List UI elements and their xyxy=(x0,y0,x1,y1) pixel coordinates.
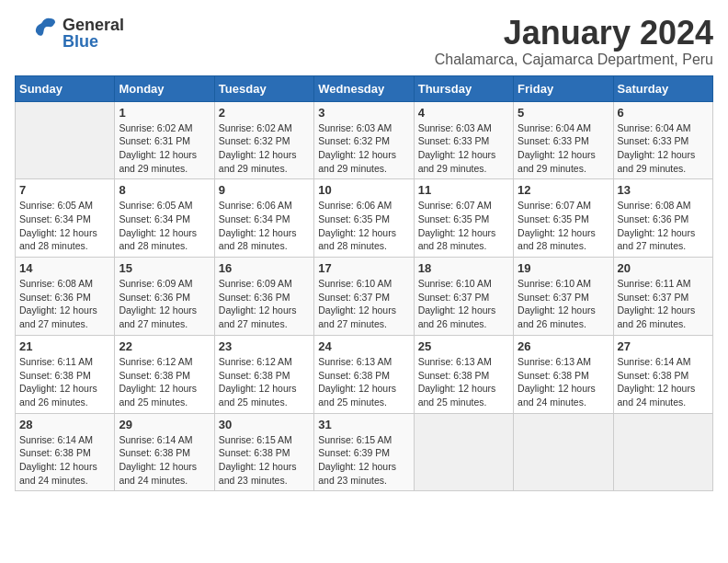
day-info: Sunrise: 6:05 AMSunset: 6:34 PMDaylight:… xyxy=(119,199,210,253)
day-number: 13 xyxy=(618,183,709,197)
logo-blue: Blue xyxy=(63,33,124,50)
logo-icon xyxy=(15,15,61,52)
calendar-cell: 12Sunrise: 6:07 AMSunset: 6:35 PMDayligh… xyxy=(514,179,613,258)
calendar-cell: 20Sunrise: 6:11 AMSunset: 6:37 PMDayligh… xyxy=(613,258,712,336)
calendar-cell: 10Sunrise: 6:06 AMSunset: 6:35 PMDayligh… xyxy=(314,179,414,258)
day-number: 18 xyxy=(418,261,509,275)
days-header-row: SundayMondayTuesdayWednesdayThursdayFrid… xyxy=(16,75,713,101)
day-info: Sunrise: 6:07 AMSunset: 6:35 PMDaylight:… xyxy=(518,199,609,253)
calendar-cell xyxy=(514,413,613,491)
calendar-cell: 30Sunrise: 6:15 AMSunset: 6:38 PMDayligh… xyxy=(214,413,313,491)
calendar-cell: 2Sunrise: 6:02 AMSunset: 6:32 PMDaylight… xyxy=(214,101,313,179)
calendar-cell: 15Sunrise: 6:09 AMSunset: 6:36 PMDayligh… xyxy=(115,258,214,336)
day-number: 20 xyxy=(618,261,709,275)
day-header-saturday: Saturday xyxy=(613,75,712,101)
calendar-cell: 18Sunrise: 6:10 AMSunset: 6:37 PMDayligh… xyxy=(414,258,513,336)
calendar-week-4: 21Sunrise: 6:11 AMSunset: 6:38 PMDayligh… xyxy=(16,335,713,413)
calendar-cell: 25Sunrise: 6:13 AMSunset: 6:38 PMDayligh… xyxy=(414,335,513,413)
day-info: Sunrise: 6:14 AMSunset: 6:38 PMDaylight:… xyxy=(618,355,709,409)
calendar-cell: 1Sunrise: 6:02 AMSunset: 6:31 PMDaylight… xyxy=(115,101,214,179)
title-block: January 2024 Chalamarca, Cajamarca Depar… xyxy=(435,15,713,68)
calendar-cell: 31Sunrise: 6:15 AMSunset: 6:39 PMDayligh… xyxy=(314,413,414,491)
day-info: Sunrise: 6:12 AMSunset: 6:38 PMDaylight:… xyxy=(219,355,310,409)
day-info: Sunrise: 6:10 AMSunset: 6:37 PMDaylight:… xyxy=(418,277,509,331)
calendar-cell: 28Sunrise: 6:14 AMSunset: 6:38 PMDayligh… xyxy=(16,413,115,491)
calendar-cell: 23Sunrise: 6:12 AMSunset: 6:38 PMDayligh… xyxy=(214,335,313,413)
day-info: Sunrise: 6:13 AMSunset: 6:38 PMDaylight:… xyxy=(418,355,509,409)
day-number: 6 xyxy=(618,106,709,120)
day-info: Sunrise: 6:12 AMSunset: 6:38 PMDaylight:… xyxy=(119,355,210,409)
calendar-cell: 11Sunrise: 6:07 AMSunset: 6:35 PMDayligh… xyxy=(414,179,513,258)
day-info: Sunrise: 6:10 AMSunset: 6:37 PMDaylight:… xyxy=(318,277,409,331)
page-header: General Blue January 2024 Chalamarca, Ca… xyxy=(15,15,713,68)
calendar-title: January 2024 xyxy=(435,15,713,52)
day-number: 21 xyxy=(19,339,110,353)
day-info: Sunrise: 6:08 AMSunset: 6:36 PMDaylight:… xyxy=(19,277,110,331)
day-header-tuesday: Tuesday xyxy=(214,75,313,101)
day-info: Sunrise: 6:13 AMSunset: 6:38 PMDaylight:… xyxy=(518,355,609,409)
calendar-cell: 9Sunrise: 6:06 AMSunset: 6:34 PMDaylight… xyxy=(214,179,313,258)
day-number: 16 xyxy=(219,261,310,275)
day-number: 1 xyxy=(119,106,210,120)
day-number: 27 xyxy=(618,339,709,353)
calendar-cell: 6Sunrise: 6:04 AMSunset: 6:33 PMDaylight… xyxy=(613,101,712,179)
day-header-thursday: Thursday xyxy=(414,75,513,101)
calendar-table: SundayMondayTuesdayWednesdayThursdayFrid… xyxy=(15,75,713,492)
calendar-cell: 14Sunrise: 6:08 AMSunset: 6:36 PMDayligh… xyxy=(16,258,115,336)
day-info: Sunrise: 6:15 AMSunset: 6:39 PMDaylight:… xyxy=(318,433,409,488)
calendar-cell: 13Sunrise: 6:08 AMSunset: 6:36 PMDayligh… xyxy=(613,179,712,258)
calendar-cell: 21Sunrise: 6:11 AMSunset: 6:38 PMDayligh… xyxy=(16,335,115,413)
day-info: Sunrise: 6:06 AMSunset: 6:34 PMDaylight:… xyxy=(219,199,310,253)
calendar-cell: 22Sunrise: 6:12 AMSunset: 6:38 PMDayligh… xyxy=(115,335,214,413)
calendar-cell xyxy=(613,413,712,491)
day-info: Sunrise: 6:08 AMSunset: 6:36 PMDaylight:… xyxy=(618,199,709,253)
calendar-cell: 19Sunrise: 6:10 AMSunset: 6:37 PMDayligh… xyxy=(514,258,613,336)
day-number: 26 xyxy=(518,339,609,353)
calendar-cell: 27Sunrise: 6:14 AMSunset: 6:38 PMDayligh… xyxy=(613,335,712,413)
calendar-cell: 3Sunrise: 6:03 AMSunset: 6:32 PMDaylight… xyxy=(314,101,414,179)
calendar-cell xyxy=(414,413,513,491)
day-number: 28 xyxy=(19,418,110,431)
day-number: 11 xyxy=(418,183,509,197)
calendar-cell: 16Sunrise: 6:09 AMSunset: 6:36 PMDayligh… xyxy=(214,258,313,336)
day-header-wednesday: Wednesday xyxy=(314,75,414,101)
day-number: 9 xyxy=(219,183,310,197)
calendar-cell: 26Sunrise: 6:13 AMSunset: 6:38 PMDayligh… xyxy=(514,335,613,413)
day-number: 23 xyxy=(219,339,310,353)
day-number: 30 xyxy=(219,418,310,431)
day-info: Sunrise: 6:07 AMSunset: 6:35 PMDaylight:… xyxy=(418,199,509,253)
calendar-body: 1Sunrise: 6:02 AMSunset: 6:31 PMDaylight… xyxy=(16,101,713,491)
calendar-cell: 5Sunrise: 6:04 AMSunset: 6:33 PMDaylight… xyxy=(514,101,613,179)
day-info: Sunrise: 6:06 AMSunset: 6:35 PMDaylight:… xyxy=(318,199,409,253)
calendar-subtitle: Chalamarca, Cajamarca Department, Peru xyxy=(435,52,713,68)
day-info: Sunrise: 6:15 AMSunset: 6:38 PMDaylight:… xyxy=(219,433,310,488)
day-number: 5 xyxy=(518,106,609,120)
logo: General Blue xyxy=(15,15,124,52)
day-number: 15 xyxy=(119,261,210,275)
day-header-friday: Friday xyxy=(514,75,613,101)
day-number: 22 xyxy=(119,339,210,353)
day-info: Sunrise: 6:05 AMSunset: 6:34 PMDaylight:… xyxy=(19,199,110,253)
day-number: 31 xyxy=(318,418,409,431)
day-number: 8 xyxy=(119,183,210,197)
day-header-sunday: Sunday xyxy=(16,75,115,101)
calendar-cell: 4Sunrise: 6:03 AMSunset: 6:33 PMDaylight… xyxy=(414,101,513,179)
calendar-cell xyxy=(16,101,115,179)
day-info: Sunrise: 6:10 AMSunset: 6:37 PMDaylight:… xyxy=(518,277,609,331)
day-info: Sunrise: 6:02 AMSunset: 6:31 PMDaylight:… xyxy=(119,121,210,176)
day-info: Sunrise: 6:02 AMSunset: 6:32 PMDaylight:… xyxy=(219,121,310,176)
calendar-cell: 7Sunrise: 6:05 AMSunset: 6:34 PMDaylight… xyxy=(16,179,115,258)
calendar-cell: 29Sunrise: 6:14 AMSunset: 6:38 PMDayligh… xyxy=(115,413,214,491)
day-info: Sunrise: 6:09 AMSunset: 6:36 PMDaylight:… xyxy=(119,277,210,331)
day-number: 4 xyxy=(418,106,509,120)
calendar-week-3: 14Sunrise: 6:08 AMSunset: 6:36 PMDayligh… xyxy=(16,258,713,336)
day-number: 19 xyxy=(518,261,609,275)
day-info: Sunrise: 6:03 AMSunset: 6:33 PMDaylight:… xyxy=(418,121,509,176)
day-number: 7 xyxy=(19,183,110,197)
calendar-cell: 17Sunrise: 6:10 AMSunset: 6:37 PMDayligh… xyxy=(314,258,414,336)
logo-general: General xyxy=(63,17,124,33)
day-info: Sunrise: 6:04 AMSunset: 6:33 PMDaylight:… xyxy=(518,121,609,176)
calendar-cell: 24Sunrise: 6:13 AMSunset: 6:38 PMDayligh… xyxy=(314,335,414,413)
day-number: 3 xyxy=(318,106,409,120)
day-number: 12 xyxy=(518,183,609,197)
